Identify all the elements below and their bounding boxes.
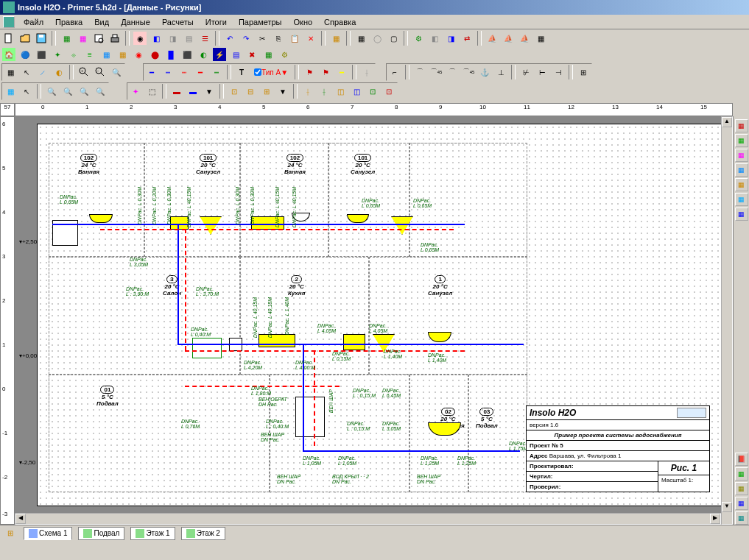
r4-6[interactable]: ⊡ (227, 84, 242, 99)
menu-help[interactable]: Справка (318, 16, 362, 28)
r4-11[interactable]: ⟊ (317, 84, 331, 99)
r4-14[interactable]: ⊡ (365, 84, 380, 99)
r4l-z2[interactable]: 🔍 (60, 84, 75, 99)
rp-b2[interactable]: ▦ (735, 467, 748, 481)
r2-9[interactable]: ◉ (131, 47, 146, 62)
r2-3[interactable]: ⬛ (34, 47, 49, 62)
menu-results[interactable]: Итоги (200, 16, 233, 28)
r4-2[interactable]: ⬚ (144, 84, 159, 99)
table-btn[interactable]: ▦ (354, 31, 368, 46)
arc-2[interactable]: ⌒ (445, 65, 460, 79)
print-preview-btn[interactable] (91, 31, 106, 46)
circle-btn[interactable]: ◯ (370, 31, 384, 46)
line-style-4[interactable]: ━ (193, 65, 208, 79)
r4-1[interactable]: ✦ (128, 84, 143, 99)
r4-13[interactable]: ◫ (349, 84, 364, 99)
r2-4[interactable]: ✦ (50, 47, 65, 62)
flag-1[interactable]: ⚑ (302, 65, 317, 79)
flag-2[interactable]: ⚑ (318, 65, 333, 79)
save-btn[interactable] (34, 31, 49, 46)
rp-2[interactable]: ▦ (735, 134, 748, 147)
zoom-fit-btn[interactable]: 🔍 (109, 65, 124, 79)
r4-9[interactable]: ▼ (275, 84, 290, 99)
rp-b3[interactable]: ▦ (735, 482, 748, 495)
tab-scheme-1[interactable]: Схема 1 (24, 527, 72, 540)
r4-12[interactable]: ◫ (333, 84, 348, 99)
r2-14[interactable]: ⚡ (212, 47, 227, 62)
r2-12[interactable]: ⬛ (180, 47, 194, 62)
tool-a[interactable]: ▦ (59, 31, 74, 46)
r4l-z1[interactable]: 🔍 (44, 84, 59, 99)
tabs-misc-icon[interactable]: ⊞ (3, 526, 18, 541)
r4-15[interactable]: ⊡ (381, 84, 396, 99)
print-btn[interactable] (108, 31, 122, 46)
rp-b5[interactable]: ▦ (735, 511, 748, 525)
r2-8[interactable]: ▦ (115, 47, 130, 62)
zoom-in-btn[interactable]: + (77, 65, 91, 79)
r4-4[interactable]: ▬ (186, 84, 200, 99)
r2-2[interactable]: 🔵 (18, 47, 32, 62)
vertical-scrollbar[interactable]: ▲ ▼ (721, 116, 733, 525)
r2-17[interactable]: ▦ (261, 47, 275, 62)
tool-d1[interactable]: ⚙ (411, 31, 426, 46)
menu-file[interactable]: Файл (18, 16, 49, 28)
scroll-up-btn[interactable]: ▲ (722, 117, 732, 127)
r4l-1[interactable]: ▦ (3, 84, 18, 99)
scroll-left-btn[interactable]: ◀ (15, 514, 26, 524)
sym-1[interactable]: ⊬ (518, 65, 533, 79)
r4-10[interactable]: ⟊ (300, 84, 315, 99)
line-style-5[interactable]: ┅ (209, 65, 224, 79)
tool-e1[interactable]: ⛵ (485, 31, 499, 46)
menu-calc[interactable]: Расчеты (156, 16, 200, 28)
cut-btn[interactable]: ✂ (255, 31, 270, 46)
r2-5[interactable]: ⟐ (66, 47, 81, 62)
shape-btn[interactable]: ▢ (386, 31, 401, 46)
tool-c2[interactable]: ◧ (149, 31, 163, 46)
tab-basement[interactable]: Подвал (78, 527, 124, 540)
zoom-out-btn[interactable]: - (93, 65, 108, 79)
type-a-toggle[interactable]: Тип A ▼ (250, 65, 292, 79)
paste-btn[interactable]: 📋 (287, 31, 302, 46)
line-style-1[interactable]: ━ (144, 65, 159, 79)
undo-btn[interactable]: ↶ (222, 31, 237, 46)
tab-floor-1[interactable]: Этаж 1 (130, 527, 175, 540)
sym-4[interactable]: ⊞ (576, 65, 591, 79)
rp-3[interactable]: ▦ (735, 149, 748, 162)
r4-8[interactable]: ⊞ (259, 84, 274, 99)
rp-7[interactable]: ▦ (735, 208, 748, 221)
tool-e4[interactable]: ▦ (533, 31, 548, 46)
rp-5[interactable]: ▦ (735, 178, 748, 191)
r4-5[interactable]: ▼ (202, 84, 217, 99)
tab-floor-2[interactable]: Этаж 2 (181, 527, 225, 540)
r3-x[interactable]: ━ (334, 65, 349, 79)
rp-6[interactable]: ▦ (735, 193, 748, 206)
tool-e3[interactable]: ⛵ (517, 31, 532, 46)
delete-btn[interactable]: ✕ (303, 31, 318, 46)
r2-11[interactable]: █ (163, 47, 178, 62)
redo-btn[interactable]: ↷ (239, 31, 253, 46)
r2-13[interactable]: ◐ (196, 47, 211, 62)
r2-6[interactable]: ≡ (82, 47, 97, 62)
r3l-1[interactable]: ▦ (3, 65, 18, 79)
canvas-area[interactable]: 10224 °CВанная10120 °CСанузел10224 °CВан… (15, 116, 733, 525)
menu-window[interactable]: Окно (288, 16, 319, 28)
r2-1[interactable]: 🏠 (1, 47, 16, 62)
sym-3[interactable]: ⊣ (551, 65, 566, 79)
rp-1[interactable]: ▦ (735, 119, 748, 132)
r3-y[interactable]: ⟊ (359, 65, 374, 79)
r4l-z4[interactable]: 🔍 (93, 84, 108, 99)
r4-3[interactable]: ▬ (169, 84, 184, 99)
rp-4[interactable]: ▦ (735, 163, 748, 177)
scroll-down-btn[interactable]: ▼ (722, 502, 732, 512)
tool-e2[interactable]: ⛵ (501, 31, 516, 46)
copy-btn[interactable]: ⎘ (271, 31, 286, 46)
menu-edit[interactable]: Правка (49, 16, 88, 28)
r2-7[interactable]: ▦ (99, 47, 113, 62)
r2-10[interactable]: ⬤ (147, 47, 162, 62)
arc-1[interactable]: ⌒ (412, 65, 427, 79)
r2-15[interactable]: ▤ (228, 47, 243, 62)
r2-18[interactable]: ⚙ (277, 47, 292, 62)
angle-0[interactable]: ⌐ (387, 65, 402, 79)
arc-45-2[interactable]: ⌒45 (461, 65, 476, 79)
tool-c4[interactable]: ▤ (181, 31, 196, 46)
